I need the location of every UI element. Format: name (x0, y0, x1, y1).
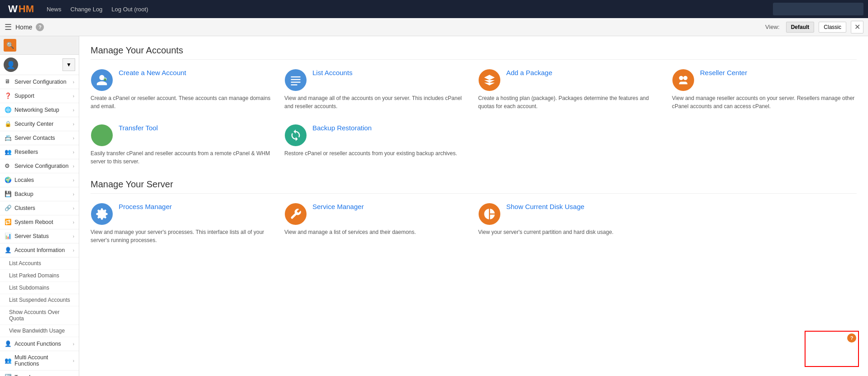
service-manager-link[interactable]: Service Manager (312, 203, 364, 210)
sidebar-item-multi-account-functions[interactable]: 👥 Multi Account Functions › (0, 351, 79, 371)
reseller-center-link[interactable]: Reseller Center (700, 69, 747, 76)
sidebar-item-label: Transfers (14, 374, 38, 376)
sidebar-item-label: Resellers (14, 149, 38, 155)
empty-col-1 (478, 124, 663, 166)
create-account-icon (91, 69, 113, 91)
chevron-right-icon: › (73, 342, 74, 347)
resellers-icon: 👥 (5, 148, 12, 156)
sidebar-item-system-reboot[interactable]: 🔁 System Reboot › (0, 215, 79, 229)
sidebar-item-label: Account Information (14, 247, 65, 253)
clusters-icon: 🔗 (5, 205, 12, 212)
networking-icon: 🌐 (5, 106, 12, 114)
transfers-icon: 🔄 (5, 374, 12, 376)
svg-rect-3 (291, 82, 301, 83)
transfer-tool-link[interactable]: Transfer Tool (119, 124, 158, 132)
card-create-new-account: Create a New Account Create a cPanel or … (91, 69, 275, 110)
sidebar-subitem-show-accounts-over-quota[interactable]: Show Accounts Over Quota (0, 306, 79, 325)
sidebar-item-support[interactable]: ❓ Support › (0, 89, 79, 103)
close-button[interactable]: ✕ (851, 21, 863, 33)
sidebar-item-label: Security Center (14, 121, 53, 127)
svg-rect-1 (291, 76, 301, 77)
sidebar-item-label: System Reboot (14, 219, 53, 225)
reboot-icon: 🔁 (5, 219, 12, 226)
add-a-package-link[interactable]: Add a Package (506, 69, 552, 76)
sidebar-search-button[interactable]: 🔍 (4, 39, 16, 52)
list-accounts-link[interactable]: List Accounts (312, 69, 352, 76)
chevron-right-icon: › (73, 108, 74, 113)
sidebar-subitem-list-parked-domains[interactable]: List Parked Domains (0, 270, 79, 282)
process-manager-icon (91, 203, 113, 225)
nav-news[interactable]: News (47, 6, 62, 13)
sidebar: 🔍 👤 ▼ 🖥 Server Configuration › ❓ Support… (0, 36, 79, 376)
chevron-right-icon: › (73, 206, 74, 211)
sidebar-item-resellers[interactable]: 👥 Resellers › (0, 145, 79, 159)
security-icon: 🔒 (5, 120, 12, 128)
sidebar-avatar-area: 👤 ▼ (0, 55, 79, 75)
show-current-disk-usage-desc: View your server's current partition and… (478, 228, 663, 236)
sidebar-item-service-configuration[interactable]: ⚙ Service Configuration › (0, 159, 79, 173)
sidebar-item-server-contacts[interactable]: 📇 Server Contacts › (0, 131, 79, 145)
transfer-tool-icon (91, 124, 113, 146)
view-default-button[interactable]: Default (786, 22, 815, 33)
reseller-center-desc: View and manage reseller accounts on you… (672, 94, 857, 110)
list-accounts-icon (285, 69, 307, 91)
card-backup-restoration: Backup Restoration Restore cPanel or res… (284, 124, 469, 166)
sidebar-item-backup[interactable]: 💾 Backup › (0, 187, 79, 201)
add-package-icon (479, 69, 500, 91)
sidebar-subitem-view-bandwidth-usage[interactable]: View Bandwidth Usage (0, 325, 79, 337)
nav-logout[interactable]: Log Out (root) (111, 6, 148, 13)
empty-server-col (672, 203, 857, 244)
bottom-right-badge: ? (805, 331, 859, 367)
add-a-package-desc: Create a hosting plan (package). Package… (478, 94, 663, 110)
nav-changelog[interactable]: Change Log (71, 6, 103, 13)
transfer-tool-desc: Easily transfer cPanel and reseller acco… (91, 149, 275, 166)
reseller-center-icon (672, 69, 694, 91)
logo-hm: HM (19, 3, 34, 15)
chevron-right-icon: › (73, 136, 74, 141)
chevron-right-icon: › (73, 220, 74, 225)
service-manager-desc: View and manage a list of services and t… (284, 228, 469, 236)
notification-dot: ? (847, 333, 856, 343)
server-configuration-icon: 🖥 (5, 78, 12, 86)
sidebar-item-label: Networking Setup (14, 107, 59, 113)
chevron-right-icon: › (73, 192, 74, 197)
create-new-account-link[interactable]: Create a New Account (119, 69, 186, 76)
avatar[interactable]: 👤 (4, 57, 18, 72)
sidebar-subitem-list-subdomains[interactable]: List Subdomains (0, 282, 79, 294)
hamburger-icon[interactable]: ☰ (5, 22, 12, 32)
backup-restoration-link[interactable]: Backup Restoration (312, 124, 372, 132)
chevron-right-icon: › (73, 122, 74, 127)
process-manager-link[interactable]: Process Manager (119, 203, 172, 210)
sidebar-item-label: Server Contacts (14, 135, 55, 141)
view-classic-button[interactable]: Classic (819, 22, 846, 33)
manage-accounts-grid: Create a New Account Create a cPanel or … (91, 69, 857, 110)
sidebar-item-security-center[interactable]: 🔒 Security Center › (0, 117, 79, 131)
account-functions-icon: 👤 (5, 340, 12, 347)
server-status-icon: 📊 (5, 233, 12, 240)
sidebar-item-server-configuration[interactable]: 🖥 Server Configuration › (0, 75, 79, 89)
show-current-disk-usage-link[interactable]: Show Current Disk Usage (506, 203, 585, 210)
sidebar-item-clusters[interactable]: 🔗 Clusters › (0, 201, 79, 215)
sidebar-item-account-information[interactable]: 👤 Account Information › (0, 243, 79, 257)
chevron-right-icon: › (73, 164, 74, 169)
sidebar-item-transfers[interactable]: 🔄 Transfers › (0, 371, 79, 376)
sidebar-subitem-list-suspended-accounts[interactable]: List Suspended Accounts (0, 294, 79, 306)
sidebar-search-area: 🔍 (0, 36, 79, 55)
backup-icon: 💾 (5, 190, 12, 198)
card-show-current-disk-usage: Show Current Disk Usage View your server… (478, 203, 663, 244)
sidebar-item-locales[interactable]: 🌍 Locales › (0, 173, 79, 187)
svg-rect-2 (291, 79, 301, 80)
sidebar-subitem-list-accounts[interactable]: List Accounts (0, 257, 79, 270)
list-accounts-desc: View and manage all of the accounts on y… (284, 94, 469, 110)
sidebar-dropdown[interactable]: ▼ (62, 58, 75, 71)
card-reseller-center: Reseller Center View and manage reseller… (672, 69, 857, 110)
help-icon[interactable]: ? (36, 23, 44, 31)
sidebar-item-server-status[interactable]: 📊 Server Status › (0, 229, 79, 243)
sidebar-item-account-functions[interactable]: 👤 Account Functions › (0, 337, 79, 351)
chevron-right-icon: › (73, 150, 74, 155)
sidebar-item-networking-setup[interactable]: 🌐 Networking Setup › (0, 103, 79, 117)
top-navigation: WHM News Change Log Log Out (root) (0, 0, 868, 18)
whm-logo[interactable]: WHM (5, 1, 38, 17)
view-label: View: (765, 24, 780, 30)
chevron-right-icon: › (73, 178, 74, 183)
